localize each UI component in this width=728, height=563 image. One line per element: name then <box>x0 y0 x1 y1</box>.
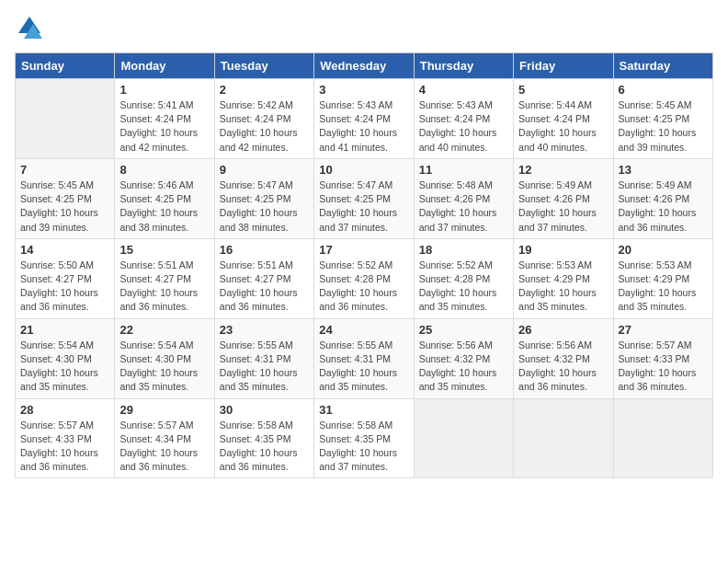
weekday-header-sunday: Sunday <box>16 53 115 79</box>
day-info: Sunrise: 5:45 AM Sunset: 4:25 PM Dayligh… <box>619 98 708 155</box>
day-number: 25 <box>419 323 508 337</box>
day-number: 24 <box>319 323 408 337</box>
day-cell: 11Sunrise: 5:48 AM Sunset: 4:26 PM Dayli… <box>414 158 513 238</box>
day-number: 19 <box>518 243 608 257</box>
day-cell: 23Sunrise: 5:55 AM Sunset: 4:31 PM Dayli… <box>214 318 313 398</box>
calendar-table: SundayMondayTuesdayWednesdayThursdayFrid… <box>15 52 713 478</box>
logo-icon <box>17 15 42 40</box>
weekday-header-tuesday: Tuesday <box>214 53 313 79</box>
day-info: Sunrise: 5:49 AM Sunset: 4:26 PM Dayligh… <box>619 178 708 235</box>
day-cell: 4Sunrise: 5:43 AM Sunset: 4:24 PM Daylig… <box>414 79 513 159</box>
day-info: Sunrise: 5:58 AM Sunset: 4:35 PM Dayligh… <box>319 419 408 475</box>
day-number: 30 <box>220 403 309 417</box>
day-cell: 2Sunrise: 5:42 AM Sunset: 4:24 PM Daylig… <box>214 79 313 159</box>
day-info: Sunrise: 5:45 AM Sunset: 4:25 PM Dayligh… <box>20 178 109 235</box>
day-number: 12 <box>518 163 608 177</box>
day-cell: 9Sunrise: 5:47 AM Sunset: 4:25 PM Daylig… <box>214 158 313 238</box>
day-cell: 19Sunrise: 5:53 AM Sunset: 4:29 PM Dayli… <box>514 238 613 318</box>
day-info: Sunrise: 5:57 AM Sunset: 4:33 PM Dayligh… <box>20 419 109 475</box>
day-info: Sunrise: 5:58 AM Sunset: 4:35 PM Dayligh… <box>220 419 309 475</box>
page-header <box>15 15 713 45</box>
day-number: 18 <box>419 243 508 257</box>
day-info: Sunrise: 5:57 AM Sunset: 4:33 PM Dayligh… <box>619 339 708 395</box>
week-row-0: 1Sunrise: 5:41 AM Sunset: 4:24 PM Daylig… <box>16 79 713 159</box>
day-cell: 18Sunrise: 5:52 AM Sunset: 4:28 PM Dayli… <box>414 238 513 318</box>
day-cell: 6Sunrise: 5:45 AM Sunset: 4:25 PM Daylig… <box>613 79 712 159</box>
day-cell: 8Sunrise: 5:46 AM Sunset: 4:25 PM Daylig… <box>115 158 214 238</box>
day-cell <box>514 398 613 478</box>
day-info: Sunrise: 5:51 AM Sunset: 4:27 PM Dayligh… <box>119 259 209 315</box>
day-info: Sunrise: 5:43 AM Sunset: 4:24 PM Dayligh… <box>419 98 508 155</box>
day-cell: 31Sunrise: 5:58 AM Sunset: 4:35 PM Dayli… <box>314 398 414 478</box>
day-cell: 28Sunrise: 5:57 AM Sunset: 4:33 PM Dayli… <box>16 398 115 478</box>
day-cell: 26Sunrise: 5:56 AM Sunset: 4:32 PM Dayli… <box>514 318 613 398</box>
weekday-header-thursday: Thursday <box>414 53 513 79</box>
weekday-header-wednesday: Wednesday <box>314 53 414 79</box>
day-info: Sunrise: 5:41 AM Sunset: 4:24 PM Dayligh… <box>119 98 209 155</box>
day-info: Sunrise: 5:43 AM Sunset: 4:24 PM Dayligh… <box>319 98 408 155</box>
day-info: Sunrise: 5:46 AM Sunset: 4:25 PM Dayligh… <box>119 178 209 235</box>
day-number: 6 <box>619 83 708 97</box>
day-cell: 16Sunrise: 5:51 AM Sunset: 4:27 PM Dayli… <box>214 238 313 318</box>
day-info: Sunrise: 5:44 AM Sunset: 4:24 PM Dayligh… <box>518 98 608 155</box>
day-number: 2 <box>220 83 309 97</box>
day-number: 16 <box>220 243 309 257</box>
weekday-header-saturday: Saturday <box>613 53 712 79</box>
day-number: 17 <box>319 243 408 257</box>
day-cell: 20Sunrise: 5:53 AM Sunset: 4:29 PM Dayli… <box>613 238 712 318</box>
day-info: Sunrise: 5:55 AM Sunset: 4:31 PM Dayligh… <box>220 339 309 395</box>
day-cell <box>414 398 513 478</box>
week-row-3: 21Sunrise: 5:54 AM Sunset: 4:30 PM Dayli… <box>16 318 713 398</box>
day-cell: 15Sunrise: 5:51 AM Sunset: 4:27 PM Dayli… <box>115 238 214 318</box>
weekday-header-friday: Friday <box>514 53 613 79</box>
day-info: Sunrise: 5:54 AM Sunset: 4:30 PM Dayligh… <box>20 339 109 395</box>
day-cell: 13Sunrise: 5:49 AM Sunset: 4:26 PM Dayli… <box>613 158 712 238</box>
day-cell: 21Sunrise: 5:54 AM Sunset: 4:30 PM Dayli… <box>16 318 115 398</box>
day-cell: 7Sunrise: 5:45 AM Sunset: 4:25 PM Daylig… <box>16 158 115 238</box>
day-info: Sunrise: 5:47 AM Sunset: 4:25 PM Dayligh… <box>220 178 309 235</box>
day-info: Sunrise: 5:57 AM Sunset: 4:34 PM Dayligh… <box>119 419 209 475</box>
day-cell: 30Sunrise: 5:58 AM Sunset: 4:35 PM Dayli… <box>214 398 313 478</box>
day-info: Sunrise: 5:48 AM Sunset: 4:26 PM Dayligh… <box>419 178 508 235</box>
day-number: 27 <box>619 323 708 337</box>
day-number: 29 <box>119 403 209 417</box>
day-cell: 12Sunrise: 5:49 AM Sunset: 4:26 PM Dayli… <box>514 158 613 238</box>
day-number: 1 <box>119 83 209 97</box>
day-info: Sunrise: 5:49 AM Sunset: 4:26 PM Dayligh… <box>518 178 608 235</box>
day-cell: 10Sunrise: 5:47 AM Sunset: 4:25 PM Dayli… <box>314 158 414 238</box>
day-info: Sunrise: 5:50 AM Sunset: 4:27 PM Dayligh… <box>20 259 109 315</box>
day-info: Sunrise: 5:53 AM Sunset: 4:29 PM Dayligh… <box>619 259 708 315</box>
day-cell: 5Sunrise: 5:44 AM Sunset: 4:24 PM Daylig… <box>514 79 613 159</box>
day-cell <box>613 398 712 478</box>
day-number: 15 <box>119 243 209 257</box>
weekday-header-row: SundayMondayTuesdayWednesdayThursdayFrid… <box>16 53 713 79</box>
calendar-body: 1Sunrise: 5:41 AM Sunset: 4:24 PM Daylig… <box>16 79 713 478</box>
day-number: 14 <box>20 243 109 257</box>
day-number: 21 <box>20 323 109 337</box>
day-info: Sunrise: 5:54 AM Sunset: 4:30 PM Dayligh… <box>119 339 209 395</box>
day-number: 26 <box>518 323 608 337</box>
day-cell: 29Sunrise: 5:57 AM Sunset: 4:34 PM Dayli… <box>115 398 214 478</box>
day-number: 31 <box>319 403 408 417</box>
day-number: 13 <box>619 163 708 177</box>
day-number: 7 <box>20 163 109 177</box>
day-number: 10 <box>319 163 408 177</box>
day-info: Sunrise: 5:47 AM Sunset: 4:25 PM Dayligh… <box>319 178 408 235</box>
day-info: Sunrise: 5:56 AM Sunset: 4:32 PM Dayligh… <box>518 339 608 395</box>
day-cell: 25Sunrise: 5:56 AM Sunset: 4:32 PM Dayli… <box>414 318 513 398</box>
day-number: 22 <box>119 323 209 337</box>
day-cell: 24Sunrise: 5:55 AM Sunset: 4:31 PM Dayli… <box>314 318 414 398</box>
day-number: 28 <box>20 403 109 417</box>
day-number: 5 <box>518 83 608 97</box>
day-info: Sunrise: 5:56 AM Sunset: 4:32 PM Dayligh… <box>419 339 508 395</box>
day-number: 23 <box>220 323 309 337</box>
day-info: Sunrise: 5:52 AM Sunset: 4:28 PM Dayligh… <box>319 259 408 315</box>
day-number: 11 <box>419 163 508 177</box>
week-row-1: 7Sunrise: 5:45 AM Sunset: 4:25 PM Daylig… <box>16 158 713 238</box>
day-info: Sunrise: 5:52 AM Sunset: 4:28 PM Dayligh… <box>419 259 508 315</box>
day-cell: 14Sunrise: 5:50 AM Sunset: 4:27 PM Dayli… <box>16 238 115 318</box>
day-number: 3 <box>319 83 408 97</box>
day-number: 4 <box>419 83 508 97</box>
day-cell: 1Sunrise: 5:41 AM Sunset: 4:24 PM Daylig… <box>115 79 214 159</box>
day-cell <box>16 79 115 159</box>
